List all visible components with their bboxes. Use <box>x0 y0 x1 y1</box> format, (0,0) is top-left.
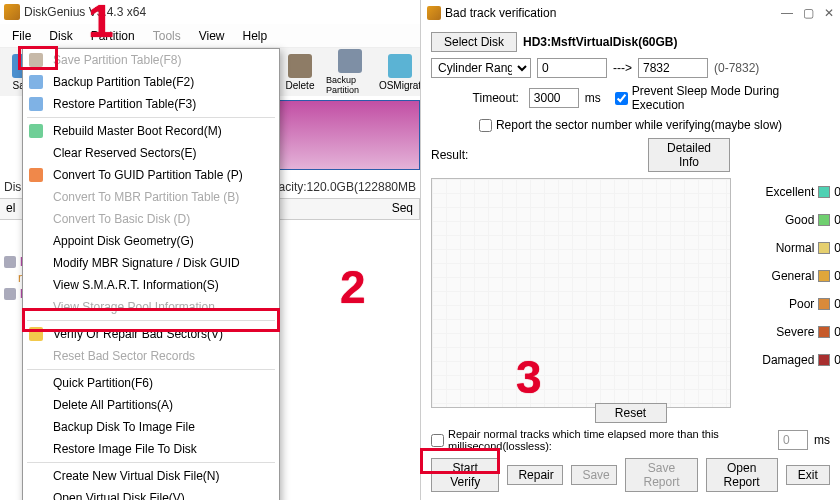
menu-item[interactable]: Clear Reserved Sectors(E) <box>23 142 279 164</box>
menu-item: Convert To MBR Partition Table (B) <box>23 186 279 208</box>
col-seq: Seq <box>261 199 420 219</box>
disk-menu-dropdown: Save Partition Table(F8)Backup Partition… <box>22 48 280 500</box>
start-verify-button[interactable]: Start Verify <box>431 458 499 492</box>
detailed-info-button[interactable]: Detailed Info <box>648 138 730 172</box>
legend-item: Severe0 <box>741 318 840 346</box>
sector-grid <box>431 178 731 408</box>
save-report-button[interactable]: Save Report <box>625 458 697 492</box>
legend-swatch <box>818 186 830 198</box>
titlebar: DiskGenius V5.4.3 x64 <box>0 0 420 24</box>
disk-icon <box>4 288 16 300</box>
legend-item: Normal0 <box>741 234 840 262</box>
minimize-icon[interactable]: — <box>781 6 793 20</box>
window-title: DiskGenius V5.4.3 x64 <box>24 5 146 19</box>
menu-item[interactable]: Appoint Disk Geometry(G) <box>23 230 279 252</box>
menu-item-icon <box>29 327 43 341</box>
menu-item: View Storage Pool Information <box>23 296 279 318</box>
legend-item: Good0 <box>741 206 840 234</box>
toolbar-backup[interactable]: Backup Partition <box>326 49 374 95</box>
legend-item: Damaged0 <box>741 346 840 374</box>
menu-item-icon <box>29 168 43 182</box>
menu-item[interactable]: Convert To GUID Partition Table (P) <box>23 164 279 186</box>
legend-item: Poor0 <box>741 290 840 318</box>
dialog-title: Bad track verification <box>445 6 556 20</box>
menu-item[interactable]: Quick Partition(F6) <box>23 372 279 394</box>
maximize-icon[interactable]: ▢ <box>803 6 814 20</box>
reset-button[interactable]: Reset <box>595 403 667 423</box>
app-icon <box>4 4 20 20</box>
legend-swatch <box>818 242 830 254</box>
menu-item[interactable]: View S.M.A.R.T. Information(S) <box>23 274 279 296</box>
result-label: Result: <box>431 148 468 162</box>
menu-item: Reset Bad Sector Records <box>23 345 279 367</box>
toolbar-osmigrate[interactable]: OSMigrat <box>380 54 420 91</box>
menu-item[interactable]: Modify MBR Signature / Disk GUID <box>23 252 279 274</box>
menu-item-icon <box>29 53 43 67</box>
cylinder-to-input[interactable] <box>638 58 708 78</box>
timeout-input[interactable] <box>529 88 579 108</box>
result-area: Excellent0Good0Normal0General0Poor0Sever… <box>431 178 830 423</box>
toolbar-delete[interactable]: Delete <box>280 54 320 91</box>
disk-capacity: Capacity:120.0GB(122880MB <box>257 180 416 194</box>
repair-ms-input[interactable] <box>778 430 808 450</box>
menu-item[interactable]: Backup Disk To Image File <box>23 416 279 438</box>
menu-item: Save Partition Table(F8) <box>23 49 279 71</box>
menu-item[interactable]: Backup Partition Table(F2) <box>23 71 279 93</box>
open-report-button[interactable]: Open Report <box>706 458 778 492</box>
arrow-text: ---> <box>613 61 632 75</box>
timeout-label: Timeout: <box>431 91 523 105</box>
bottom-controls: Repair normal tracks which time elapsed … <box>431 428 830 492</box>
menu-tools[interactable]: Tools <box>145 27 189 45</box>
menu-item-icon <box>29 97 43 111</box>
repair-button[interactable]: Repair <box>507 465 563 485</box>
menu-item[interactable]: Restore Image File To Disk <box>23 438 279 460</box>
menu-item[interactable]: Create New Virtual Disk File(N) <box>23 465 279 487</box>
exit-button[interactable]: Exit <box>786 465 830 485</box>
menu-disk[interactable]: Disk <box>41 27 80 45</box>
menu-item[interactable]: Delete All Partitions(A) <box>23 394 279 416</box>
legend-swatch <box>818 214 830 226</box>
cylinder-range-hint: (0-7832) <box>714 61 759 75</box>
backup-icon <box>338 49 362 73</box>
bad-track-window: Bad track verification — ▢ ✕ Select Disk… <box>420 0 840 500</box>
repair-lossless-checkbox[interactable]: Repair normal tracks which time elapsed … <box>431 428 772 452</box>
ms-label: ms <box>585 91 601 105</box>
menu-help[interactable]: Help <box>235 27 276 45</box>
cylinder-range-select[interactable]: Cylinder Range <box>431 58 531 78</box>
report-sector-checkbox[interactable]: Report the sector number while verifying… <box>479 118 782 132</box>
legend-item: General0 <box>741 262 840 290</box>
menu-item[interactable]: Verify Or Repair Bad Sectors(V) <box>23 323 279 345</box>
disk-icon <box>4 256 16 268</box>
quality-legend: Excellent0Good0Normal0General0Poor0Sever… <box>741 178 840 374</box>
legend-swatch <box>818 298 830 310</box>
selected-disk-text: HD3:MsftVirtualDisk(60GB) <box>523 35 677 49</box>
menu-item[interactable]: Restore Partition Table(F3) <box>23 93 279 115</box>
osmigrate-icon <box>388 54 412 78</box>
dialog-titlebar: Bad track verification — ▢ ✕ <box>421 0 840 26</box>
menu-item[interactable]: Open Virtual Disk File(V) <box>23 487 279 500</box>
legend-swatch <box>818 270 830 282</box>
close-icon[interactable]: ✕ <box>824 6 834 20</box>
legend-swatch <box>818 326 830 338</box>
menu-item-icon <box>29 75 43 89</box>
ms-label-2: ms <box>814 433 830 447</box>
prevent-sleep-checkbox[interactable]: Prevent Sleep Mode During Execution <box>615 84 830 112</box>
menu-view[interactable]: View <box>191 27 233 45</box>
step-marker-3: 3 <box>516 350 542 404</box>
save-button[interactable]: Save <box>571 465 617 485</box>
step-marker-1: 1 <box>88 0 114 48</box>
menu-item-icon <box>29 124 43 138</box>
menu-file[interactable]: File <box>4 27 39 45</box>
legend-item: Excellent0 <box>741 178 840 206</box>
delete-icon <box>288 54 312 78</box>
select-disk-button[interactable]: Select Disk <box>431 32 517 52</box>
step-marker-2: 2 <box>340 260 366 314</box>
legend-swatch <box>818 354 830 366</box>
menubar: File Disk Partition Tools View Help <box>0 24 420 48</box>
app-icon <box>427 6 441 20</box>
menu-item[interactable]: Rebuild Master Boot Record(M) <box>23 120 279 142</box>
cylinder-from-input[interactable] <box>537 58 607 78</box>
menu-item: Convert To Basic Disk (D) <box>23 208 279 230</box>
